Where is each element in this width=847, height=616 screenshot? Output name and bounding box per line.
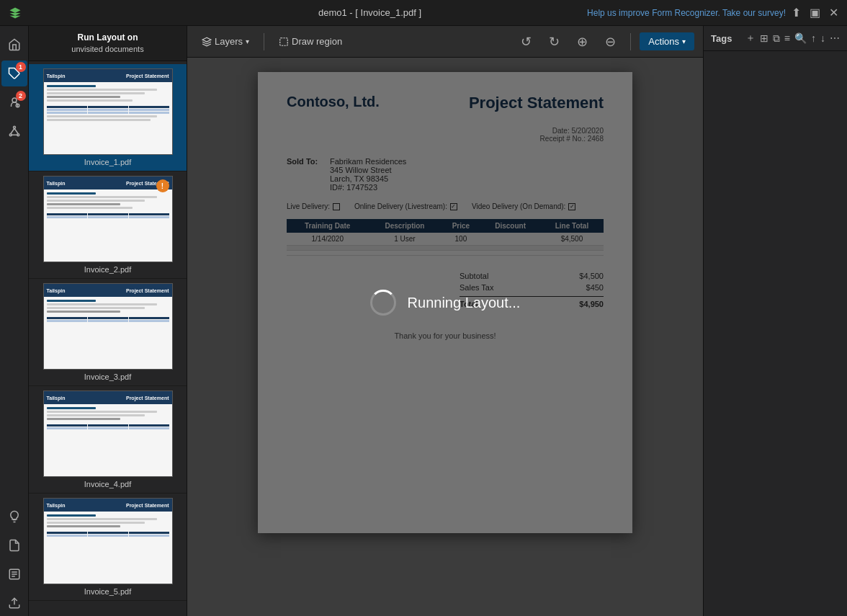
lightbulb-icon-btn[interactable] xyxy=(1,504,27,530)
app-title: demo1 - [ Invoice_1.pdf ] xyxy=(318,7,421,18)
notification-badge-2: ! xyxy=(156,179,169,192)
content-area: Layers ▾ Draw region ↺ ↻ ⊕ ⊖ Actions ▾ xyxy=(187,26,703,616)
svg-line-7 xyxy=(14,128,18,134)
running-layout-overlay: Running Layout... xyxy=(258,72,632,533)
svg-point-1 xyxy=(12,98,17,102)
toolbar: Layers ▾ Draw region ↺ ↻ ⊕ ⊖ Actions ▾ xyxy=(187,26,703,58)
tags-content xyxy=(704,51,847,616)
document-page: Contoso, Ltd. Project Statement Date: 5/… xyxy=(258,72,632,533)
doc-item-4[interactable]: TailspinProject Statement Invoice_4.pdf xyxy=(29,386,187,494)
actions-button[interactable]: Actions ▾ xyxy=(640,32,694,50)
home-icon-btn[interactable] xyxy=(1,32,27,58)
label-icon-btn[interactable]: 1 xyxy=(1,61,27,86)
doc-item-2[interactable]: TailspinProject Statement ! xyxy=(29,171,187,279)
doc-thumb-1: TailspinProject Statement xyxy=(43,68,173,155)
export-icon-btn[interactable] xyxy=(1,590,27,616)
layers-label: Layers xyxy=(215,36,243,47)
toolbar-separator-1 xyxy=(264,33,264,50)
document-icon-btn[interactable] xyxy=(1,532,27,558)
draw-icon xyxy=(279,37,289,47)
running-text: Running Layout... xyxy=(408,295,521,311)
badge-1: 1 xyxy=(16,62,26,72)
doc-label-3: Invoice_3.pdf xyxy=(84,372,131,381)
layout-icon[interactable]: ▣ xyxy=(810,6,820,19)
text-icon-btn[interactable] xyxy=(1,561,27,587)
doc-label-5: Invoice_5.pdf xyxy=(84,587,131,596)
close-icon[interactable]: ✕ xyxy=(829,6,838,19)
main-layout: 1 2 xyxy=(0,26,847,616)
layers-button[interactable]: Layers ▾ xyxy=(196,33,255,50)
tags-title: Tags xyxy=(711,33,732,44)
rotate-left-button[interactable]: ↺ xyxy=(515,31,537,53)
doc-item-1[interactable]: TailspinProject Statement xyxy=(29,64,187,171)
document-viewer: Contoso, Ltd. Project Statement Date: 5/… xyxy=(187,58,703,616)
actions-label: Actions xyxy=(648,36,679,47)
badge-2: 2 xyxy=(16,91,26,101)
panel-header-line1: Run Layout on xyxy=(36,32,179,44)
more-icon[interactable]: ⋯ xyxy=(830,32,840,44)
doc-label-2: Invoice_2.pdf xyxy=(84,265,131,274)
rotate-right-button[interactable]: ↻ xyxy=(543,31,565,53)
draw-region-button[interactable]: Draw region xyxy=(273,33,348,50)
doc-thumb-4: TailspinProject Statement xyxy=(43,390,173,477)
connections-icon-btn[interactable] xyxy=(1,118,27,144)
running-spinner xyxy=(370,290,396,316)
svg-marker-14 xyxy=(202,37,211,42)
svg-point-3 xyxy=(13,126,15,128)
model-icon-btn[interactable]: 2 xyxy=(1,89,27,115)
draw-region-label: Draw region xyxy=(292,36,342,47)
zoom-out-button[interactable]: ⊖ xyxy=(599,31,622,53)
share-icon[interactable]: ⬆ xyxy=(792,6,801,19)
doc-item-5[interactable]: TailspinProject Statement Invoice_5.pdf xyxy=(29,494,187,601)
top-bar: demo1 - [ Invoice_1.pdf ] Help us improv… xyxy=(0,0,847,26)
document-list: TailspinProject Statement xyxy=(29,61,187,616)
up-icon[interactable]: ↑ xyxy=(811,32,816,44)
icon-rail: 1 2 xyxy=(0,26,29,616)
running-inner: Running Layout... xyxy=(370,290,521,316)
zoom-in-button[interactable]: ⊕ xyxy=(571,31,593,53)
actions-chevron: ▾ xyxy=(682,37,686,45)
right-panel-header: Tags ＋ ⊞ ⧉ ≡ 🔍 ↑ ↓ ⋯ xyxy=(704,26,847,51)
right-panel-icons: ＋ ⊞ ⧉ ≡ 🔍 ↑ ↓ ⋯ xyxy=(745,32,840,45)
doc-item-3[interactable]: TailspinProject Statement Invoice_3.pdf xyxy=(29,279,187,386)
doc-thumb-3: TailspinProject Statement xyxy=(43,283,173,370)
add-icon[interactable]: ＋ xyxy=(745,32,756,45)
svg-line-6 xyxy=(10,128,14,134)
svg-rect-15 xyxy=(280,37,288,45)
feedback-text: Help us improve Form Recognizer. Take ou… xyxy=(587,8,786,18)
doc-thumb-2: TailspinProject Statement ! xyxy=(43,176,173,262)
filter-icon[interactable]: ⧉ xyxy=(773,32,780,45)
top-bar-right: Help us improve Form Recognizer. Take ou… xyxy=(587,6,838,19)
panel-header-line2: unvisited documents xyxy=(71,45,143,53)
doc-label-4: Invoice_4.pdf xyxy=(84,480,131,488)
down-icon[interactable]: ↓ xyxy=(820,32,825,44)
list-icon[interactable]: ≡ xyxy=(784,32,790,44)
right-panel: Tags ＋ ⊞ ⧉ ≡ 🔍 ↑ ↓ ⋯ xyxy=(703,26,847,616)
toolbar-separator-2 xyxy=(630,33,631,50)
grid-icon[interactable]: ⊞ xyxy=(760,32,768,44)
doc-thumb-5: TailspinProject Statement xyxy=(43,498,173,584)
doc-label-1: Invoice_1.pdf xyxy=(84,158,131,166)
layers-icon xyxy=(202,37,212,47)
layers-chevron: ▾ xyxy=(246,37,249,45)
logo-icon xyxy=(9,6,22,19)
panel-header: Run Layout on unvisited documents xyxy=(29,26,187,61)
document-panel: Run Layout on unvisited documents Tailsp… xyxy=(29,26,187,616)
search-icon[interactable]: 🔍 xyxy=(794,32,807,44)
